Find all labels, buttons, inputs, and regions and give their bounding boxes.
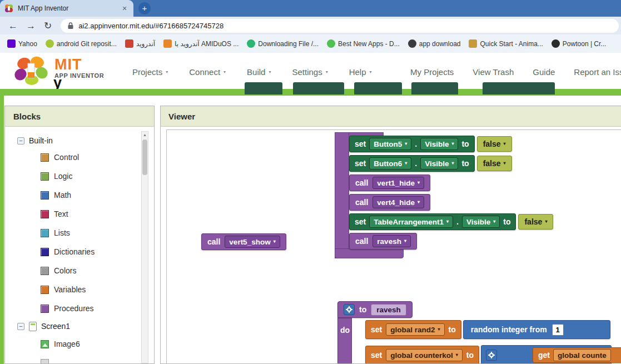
set-variable-block[interactable]: set global rand2▾ to: [365, 320, 461, 339]
call-procedure-block[interactable]: call vert4_hide▾: [349, 194, 430, 211]
bookmark-label: android Git reposit...: [57, 40, 117, 48]
address-bar[interactable]: ai2.appinventor.mit.edu/#671668572474572…: [61, 19, 619, 33]
call-procedure-block[interactable]: call vert1_hide▾: [349, 174, 430, 191]
tab-title: MIT App Inventor: [18, 4, 120, 12]
menu-build[interactable]: Build▾: [247, 67, 271, 77]
tree-item-builtin[interactable]: − Built-in: [5, 133, 154, 148]
menu-connect[interactable]: Connect▾: [189, 67, 226, 77]
procedure-definition-header[interactable]: to ravesh: [337, 301, 413, 318]
url-text[interactable]: ai2.appinventor.mit.edu/#671668572474572…: [78, 22, 223, 30]
set-property-block[interactable]: set Button6▾ . Visible▾ to: [349, 155, 475, 172]
cropped-procedure-block-body[interactable]: [335, 132, 349, 258]
category-lists[interactable]: Lists: [5, 223, 154, 242]
category-math[interactable]: Math: [5, 186, 154, 205]
component-dropdown[interactable]: Button5▾: [369, 138, 411, 150]
procedure-dropdown[interactable]: vert5_show▾: [225, 236, 280, 248]
mutator-gear-icon[interactable]: [344, 304, 355, 315]
to-keyword: to: [466, 351, 474, 360]
menu-help[interactable]: Help▾: [349, 67, 372, 77]
bookmark-amiduos[interactable]: آندروید با AMIDuOS ...: [162, 39, 240, 48]
dropdown-caret-icon: ▾: [504, 142, 506, 146]
call-keyword: call: [355, 198, 368, 207]
random-integer-block[interactable]: random integer from 1: [463, 320, 610, 339]
procedure-dropdown[interactable]: ravesh▾: [372, 235, 411, 247]
category-logic[interactable]: Logic: [5, 167, 154, 186]
procedure-dropdown[interactable]: vert4_hide▾: [372, 196, 424, 208]
property-dropdown[interactable]: Visible▾: [420, 138, 458, 150]
set-variable-block[interactable]: set global counterkol▾ to: [365, 346, 479, 363]
cropped-toolbar-button[interactable]: [293, 82, 344, 94]
set-property-block[interactable]: set Button5▾ . Visible▾ to: [349, 136, 475, 152]
component-dropdown[interactable]: TableArrangement1▾: [369, 216, 453, 228]
menu-settings[interactable]: Settings▾: [292, 67, 327, 77]
procedure-dropdown[interactable]: vert1_hide▾: [372, 177, 424, 189]
bookmark-downloading-file[interactable]: Downloading File /...: [245, 39, 320, 48]
link-report-issue[interactable]: Report an Issu: [574, 67, 621, 77]
bookmark-android-fa[interactable]: آندروید: [123, 39, 157, 48]
tree-item-screen1[interactable]: − Screen1: [5, 318, 154, 335]
menu-projects[interactable]: Projects▾: [132, 67, 168, 77]
image-component-icon: [41, 340, 49, 348]
browser-tab[interactable]: MIT App Inventor ×: [0, 0, 133, 17]
mutator-gear-icon[interactable]: [486, 350, 497, 361]
property-dropdown[interactable]: Visible▾: [420, 157, 458, 169]
cropped-toolbar-button[interactable]: [245, 82, 282, 94]
link-guide[interactable]: Guide: [533, 67, 555, 77]
blocks-panel-scrollbar[interactable]: ▲: [141, 131, 148, 363]
call-procedure-block[interactable]: call ravesh▾: [349, 233, 417, 250]
math-expression-block[interactable]: get global counte: [481, 345, 612, 363]
category-variables[interactable]: Variables: [5, 280, 154, 299]
category-control[interactable]: Control: [5, 148, 154, 167]
reload-icon[interactable]: ↻: [44, 21, 52, 31]
false-logic-block[interactable]: false▾: [477, 156, 512, 171]
variable-dropdown[interactable]: global counte: [553, 349, 611, 361]
bookmark-app-download[interactable]: app download: [406, 39, 463, 48]
close-tab-icon[interactable]: ×: [120, 4, 129, 13]
to-keyword: to: [449, 325, 456, 334]
false-logic-block[interactable]: false▾: [518, 214, 553, 230]
false-logic-block[interactable]: false▾: [477, 136, 512, 152]
bookmark-label: Quick Start - Anima...: [480, 40, 543, 48]
logo-subtitle: APP INVENTOR: [54, 72, 104, 79]
tree-item-image6[interactable]: Image6: [5, 335, 154, 353]
scroll-up-icon[interactable]: ▲: [142, 132, 148, 138]
cropped-toolbar-button[interactable]: [354, 82, 402, 94]
category-colors[interactable]: Colors: [5, 261, 154, 280]
bookmark-best-new-apps[interactable]: Best New Apps - D...: [325, 39, 401, 48]
header-links: My Projects View Trash Guide Report an I…: [410, 67, 621, 77]
new-tab-button[interactable]: +: [138, 2, 151, 14]
procedure-definition-body[interactable]: [337, 318, 352, 363]
procedure-name-field[interactable]: ravesh: [371, 304, 406, 316]
property-dropdown[interactable]: Visible▾: [462, 216, 500, 228]
bookmark-yahoo[interactable]: Yahoo: [6, 39, 39, 48]
back-icon[interactable]: ←: [8, 21, 18, 31]
link-my-projects[interactable]: My Projects: [410, 67, 454, 77]
cropped-toolbar-button[interactable]: [411, 82, 458, 94]
component-dropdown[interactable]: Button6▾: [369, 157, 411, 169]
bookmark-powtoon[interactable]: Powtoon | Cr...: [550, 39, 608, 48]
collapse-toggle-icon[interactable]: −: [17, 137, 24, 144]
cropped-toolbar-button[interactable]: [483, 82, 555, 94]
blocks-canvas[interactable]: set Button5▾ . Visible▾ to false▾ set Bu…: [166, 129, 621, 363]
number-field[interactable]: 1: [552, 324, 564, 336]
dropdown-caret-icon: ▾: [405, 142, 407, 146]
call-procedure-block[interactable]: call vert5_show▾: [201, 233, 286, 250]
category-procedures[interactable]: Procedures: [5, 299, 154, 318]
variable-dropdown[interactable]: global counterkol▾: [386, 349, 463, 361]
text-category-icon: [41, 210, 49, 218]
bookmark-quick-start[interactable]: Quick Start - Anima...: [467, 39, 544, 48]
variable-dropdown[interactable]: global rand2▾: [386, 323, 444, 336]
collapse-toggle-icon[interactable]: −: [17, 323, 24, 330]
forward-icon[interactable]: →: [26, 21, 36, 31]
dropdown-caret-icon: ▾: [274, 240, 276, 244]
tree-item-cropped[interactable]: [5, 353, 154, 364]
cropped-procedure-block-bottom[interactable]: [335, 248, 404, 258]
set-property-block[interactable]: set TableArrangement1▾ . Visible▾ to: [349, 213, 516, 230]
category-text[interactable]: Text: [5, 205, 154, 223]
link-view-trash[interactable]: View Trash: [473, 67, 514, 77]
get-variable-block[interactable]: get global counte: [533, 347, 621, 363]
bookmark-android-git[interactable]: android Git reposit...: [44, 39, 118, 48]
scrollbar-thumb[interactable]: [142, 139, 147, 175]
category-dictionaries[interactable]: Dictionaries: [5, 242, 154, 261]
bookmark-label: app download: [419, 40, 461, 48]
